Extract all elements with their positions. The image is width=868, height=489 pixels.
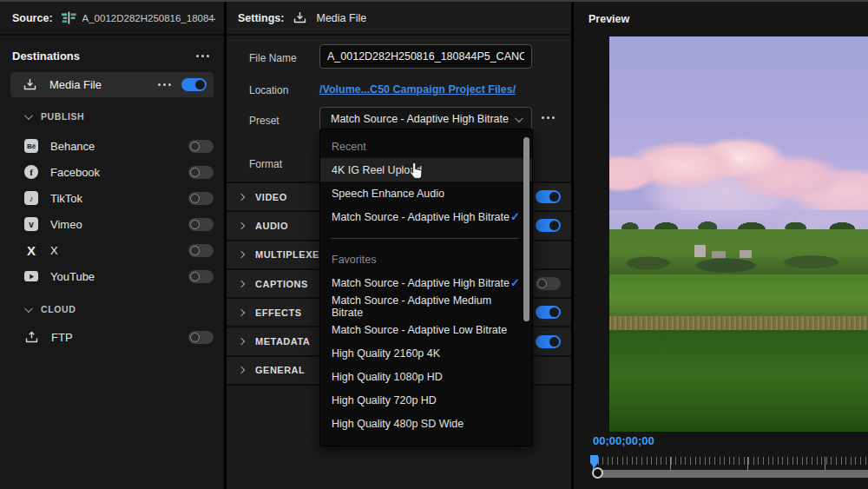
preview-scrub — [609, 252, 868, 274]
file-name-label: File Name — [249, 52, 297, 64]
media-file-download-icon — [23, 77, 37, 92]
media-file-toggle[interactable] — [181, 78, 207, 91]
preview-building — [740, 250, 752, 258]
settings-header-bar: Settings: Media File — [227, 2, 571, 36]
check-icon: ✓ — [510, 276, 520, 289]
menu-item-speech-enhance-audio[interactable]: Speech Enhance Audio — [320, 182, 532, 205]
destination-media-file-row[interactable]: Media File — [10, 72, 214, 97]
destination-vimeo-row[interactable]: v Vimeo — [24, 214, 214, 235]
vimeo-icon: v — [24, 217, 38, 231]
ftp-upload-icon — [24, 330, 39, 345]
preview-title: Preview — [589, 13, 629, 25]
media-file-label: Media File — [49, 78, 155, 91]
menu-group-header-favorites: Favorites — [320, 248, 532, 271]
video-preview[interactable] — [609, 36, 868, 432]
ftp-toggle[interactable] — [188, 331, 214, 344]
file-name-input[interactable] — [319, 44, 532, 69]
destination-ftp-row[interactable]: FTP — [24, 327, 214, 347]
chevron-right-icon — [238, 222, 245, 229]
captions-toggle[interactable] — [536, 277, 561, 290]
export-window: Source: A_0012D282H250816_180844P5_... D… — [0, 0, 868, 489]
chevron-right-icon — [238, 338, 245, 345]
menu-item-high-quality-720p[interactable]: High Quality 720p HD — [320, 388, 532, 412]
preview-field — [609, 274, 868, 320]
source-bar: Source: A_0012D282H250816_180844P5_... — [0, 2, 224, 36]
destinations-menu-button[interactable] — [194, 52, 212, 60]
menu-item-4k-ig-reel-upload[interactable]: 4K IG Reel Upload — [320, 158, 532, 182]
video-toggle[interactable] — [536, 190, 561, 203]
scrubber-handle[interactable] — [592, 467, 603, 479]
destination-youtube-row[interactable]: YouTube — [24, 266, 214, 287]
chevron-right-icon — [238, 193, 245, 200]
destinations-panel: Source: A_0012D282H250816_180844P5_... D… — [0, 2, 224, 489]
menu-item-high-quality-2160p[interactable]: High Quality 2160p 4K — [320, 341, 532, 365]
chevron-down-icon — [24, 111, 33, 120]
destinations-title: Destinations — [12, 50, 80, 63]
check-icon: ✓ — [510, 210, 520, 223]
behance-toggle[interactable] — [188, 140, 214, 153]
timeline-ruler[interactable] — [593, 457, 868, 470]
menu-item-match-source-medium[interactable]: Match Source - Adaptive Medium Bitrate — [320, 294, 532, 318]
chevron-right-icon — [238, 367, 245, 373]
menu-item-high-quality-1080p[interactable]: High Quality 1080p HD — [320, 365, 532, 388]
preset-select[interactable]: Match Source - Adaptive High Bitrate — [319, 107, 532, 131]
effects-toggle[interactable] — [536, 306, 561, 319]
timecode: 00;00;00;00 — [593, 434, 654, 447]
audio-toggle[interactable] — [536, 219, 561, 232]
chevron-right-icon — [238, 309, 245, 316]
cloud-group-header[interactable]: CLOUD — [24, 302, 76, 316]
publish-group-header[interactable]: PUBLISH — [24, 109, 84, 123]
destination-facebook-row[interactable]: f Facebook — [24, 162, 214, 182]
preview-grass — [609, 330, 868, 432]
source-filename: A_0012D282H250816_180844P5_... — [82, 13, 215, 23]
preset-more-button[interactable] — [539, 114, 557, 122]
youtube-toggle[interactable] — [188, 270, 214, 283]
destination-x-row[interactable]: X X — [24, 240, 214, 261]
chevron-down-icon — [515, 114, 523, 122]
chevron-down-icon — [24, 304, 33, 313]
destination-tiktok-row[interactable]: ♪ TikTok — [24, 188, 214, 208]
preset-label: Preset — [249, 115, 279, 127]
settings-target-label: Media File — [316, 12, 366, 24]
sequence-icon — [62, 11, 76, 24]
chevron-right-icon — [238, 251, 245, 258]
hand-cursor-icon — [409, 162, 425, 181]
metadata-toggle[interactable] — [536, 335, 561, 348]
preset-dropdown-menu: Recent 4K IG Reel Upload Speech Enhance … — [319, 129, 533, 446]
menu-divider — [320, 228, 532, 248]
x-icon: X — [24, 243, 38, 257]
scrubber-track[interactable] — [597, 470, 868, 478]
menu-item-match-source-high-recent[interactable]: Match Source - Adaptive High Bitrate ✓ — [320, 205, 532, 228]
chevron-right-icon — [238, 280, 245, 287]
behance-icon: Bē — [24, 139, 38, 153]
preview-building — [712, 251, 726, 258]
tiktok-icon: ♪ — [24, 191, 38, 205]
format-label: Format — [249, 158, 282, 170]
facebook-icon: f — [24, 165, 38, 179]
media-file-more-button[interactable] — [155, 81, 174, 89]
menu-scrollbar[interactable] — [523, 137, 529, 321]
menu-item-match-source-high-fav[interactable]: Match Source - Adaptive High Bitrate ✓ — [320, 271, 532, 294]
settings-panel: Settings: Media File File Name Location … — [227, 2, 571, 489]
source-label: Source: — [12, 12, 53, 24]
menu-item-match-source-low[interactable]: Match Source - Adaptive Low Bitrate — [320, 318, 532, 341]
youtube-icon — [24, 271, 38, 281]
facebook-toggle[interactable] — [188, 166, 214, 179]
vimeo-toggle[interactable] — [188, 218, 214, 231]
preview-building — [694, 245, 706, 257]
media-file-download-icon — [293, 10, 307, 25]
preset-selected-value: Match Source - Adaptive High Bitrate — [331, 113, 515, 125]
preview-panel: Preview 00;00;00;00 — [574, 2, 868, 489]
menu-item-high-quality-480p[interactable]: High Quality 480p SD Wide — [320, 412, 532, 435]
menu-group-header-recent: Recent — [320, 135, 532, 158]
settings-title: Settings: — [238, 12, 284, 24]
tiktok-toggle[interactable] — [188, 192, 214, 205]
destination-behance-row[interactable]: Bē Behance — [24, 135, 214, 156]
location-label: Location — [249, 84, 288, 96]
x-toggle[interactable] — [188, 244, 214, 257]
location-link[interactable]: /Volume...C50 Campaign Project Files/ — [319, 83, 516, 96]
